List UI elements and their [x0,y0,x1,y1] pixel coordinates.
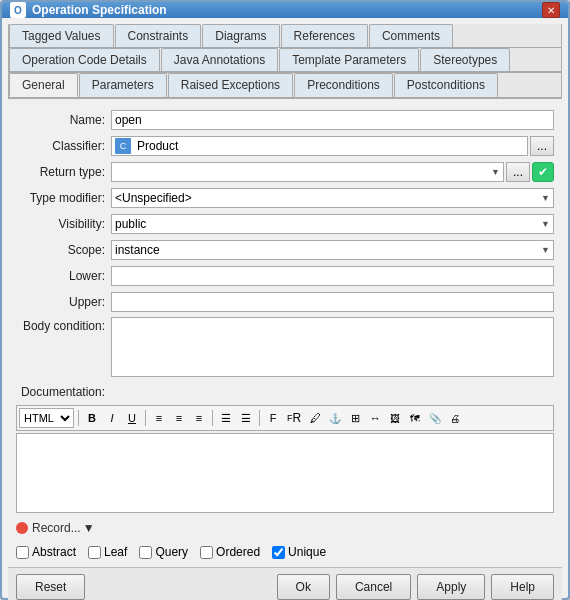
toolbar-sep-2 [145,410,146,426]
scope-row: Scope: instance class ▼ [16,239,554,261]
tab-tagged-values[interactable]: Tagged Values [9,24,114,47]
anchor-button[interactable]: ⚓ [326,408,344,428]
tab-diagrams[interactable]: Diagrams [202,24,279,47]
unique-label: Unique [288,545,326,559]
return-type-group: ▼ ... ✔ [111,162,554,182]
classifier-input-group: C ... [111,136,554,156]
return-type-label: Return type: [16,165,111,179]
bold-button[interactable]: B [83,408,101,428]
documentation-section: Documentation: HTML Plain Wiki B I U ≡ ≡… [16,381,554,513]
bottom-buttons: Reset Ok Cancel Apply Help [8,567,562,600]
table-button[interactable]: ⊞ [346,408,364,428]
help-button[interactable]: Help [491,574,554,600]
tab-stereotypes[interactable]: Stereotypes [420,48,510,71]
type-modifier-select[interactable]: <Unspecified> [111,188,554,208]
tab-java-annotations[interactable]: Java Annotations [161,48,278,71]
documentation-label: Documentation: [16,385,111,399]
tab-general[interactable]: General [9,73,78,97]
unique-checkbox[interactable] [272,546,285,559]
visibility-row: Visibility: public private protected ▼ [16,213,554,235]
lower-label: Lower: [16,269,111,283]
classifier-browse-button[interactable]: ... [530,136,554,156]
classifier-input[interactable] [134,136,524,156]
list-bullet-button[interactable]: ☰ [217,408,235,428]
documentation-toolbar: HTML Plain Wiki B I U ≡ ≡ ≡ ☰ ☰ [16,405,554,431]
classifier-input-wrap: C [111,136,528,156]
doc-format-select[interactable]: HTML Plain Wiki [19,408,74,428]
tab-constraints[interactable]: Constraints [115,24,202,47]
reset-button[interactable]: Reset [16,574,85,600]
image-button[interactable]: 🖼 [386,408,404,428]
dots-icon: ... [537,139,547,153]
leaf-checkbox-item: Leaf [88,545,127,559]
apply-button[interactable]: Apply [417,574,485,600]
name-input[interactable] [111,110,554,130]
tabs-row-1: Tagged Values Constraints Diagrams Refer… [9,24,561,48]
underline-button[interactable]: U [123,408,141,428]
tabs-row-2: Operation Code Details Java Annotations … [9,48,561,72]
close-button[interactable]: ✕ [542,2,560,18]
ordered-checkbox-item: Ordered [200,545,260,559]
tab-references[interactable]: References [281,24,368,47]
tab-template-parameters[interactable]: Template Parameters [279,48,419,71]
ok-button[interactable]: Ok [277,574,330,600]
toolbar-sep-1 [78,410,79,426]
font-button[interactable]: F [264,408,282,428]
query-checkbox[interactable] [139,546,152,559]
tab-operation-code[interactable]: Operation Code Details [9,48,160,71]
upper-label: Upper: [16,295,111,309]
lower-row: Lower: [16,265,554,287]
leaf-label: Leaf [104,545,127,559]
title-bar: O Operation Specification ✕ [2,2,568,18]
tab-raised-exceptions[interactable]: Raised Exceptions [168,73,293,97]
attach-button[interactable]: 📎 [426,408,444,428]
abstract-checkbox[interactable] [16,546,29,559]
lower-input[interactable] [111,266,554,286]
window-icon: O [10,2,26,18]
upper-input[interactable] [111,292,554,312]
unique-checkbox-item: Unique [272,545,326,559]
form-area: Name: Classifier: C ... Return t [8,103,562,567]
query-checkbox-item: Query [139,545,188,559]
toolbar-sep-3 [212,410,213,426]
visibility-label: Visibility: [16,217,111,231]
print-button[interactable]: 🖨 [446,408,464,428]
return-type-browse-button[interactable]: ... [506,162,530,182]
hyperlink-button[interactable]: 🖊 [306,408,324,428]
record-indicator [16,522,28,534]
horizontal-rule-button[interactable]: ↔ [366,408,384,428]
scope-select-wrap: instance class ▼ [111,240,554,260]
scope-label: Scope: [16,243,111,257]
tab-postconditions[interactable]: Postconditions [394,73,498,97]
tab-preconditions[interactable]: Preconditions [294,73,393,97]
scope-select[interactable]: instance class [111,240,554,260]
cancel-button[interactable]: Cancel [336,574,411,600]
tab-parameters[interactable]: Parameters [79,73,167,97]
font-resize-button[interactable]: FR [284,408,304,428]
align-right-button[interactable]: ≡ [190,408,208,428]
type-modifier-select-wrap: <Unspecified> ▼ [111,188,554,208]
ordered-checkbox[interactable] [200,546,213,559]
record-label: Record... [32,521,81,535]
upper-row: Upper: [16,291,554,313]
align-center-button[interactable]: ≡ [170,408,188,428]
leaf-checkbox[interactable] [88,546,101,559]
documentation-textarea[interactable] [16,433,554,513]
return-type-select[interactable] [111,162,504,182]
tab-container: Tagged Values Constraints Diagrams Refer… [8,24,562,99]
classifier-label: Classifier: [16,139,111,153]
align-left-button[interactable]: ≡ [150,408,168,428]
record-button[interactable]: Record... ▼ [32,521,95,535]
italic-button[interactable]: I [103,408,121,428]
action-buttons: Ok Cancel Apply Help [277,574,554,600]
body-condition-textarea[interactable] [111,317,554,377]
record-row: Record... ▼ [16,517,554,539]
tab-comments[interactable]: Comments [369,24,453,47]
return-type-confirm-button[interactable]: ✔ [532,162,554,182]
return-type-row: Return type: ▼ ... ✔ [16,161,554,183]
abstract-checkbox-item: Abstract [16,545,76,559]
classifier-row: Classifier: C ... [16,135,554,157]
map-button[interactable]: 🗺 [406,408,424,428]
visibility-select[interactable]: public private protected [111,214,554,234]
list-num-button[interactable]: ☰ [237,408,255,428]
